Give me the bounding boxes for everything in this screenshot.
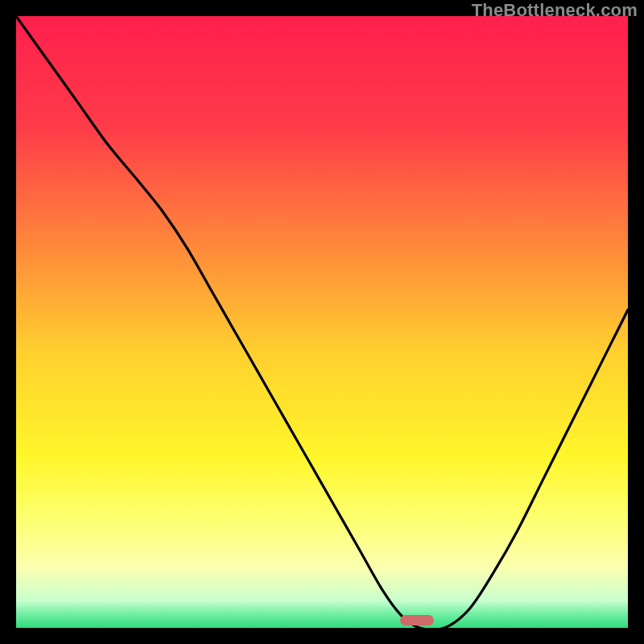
bottleneck-curve <box>16 16 628 628</box>
chart-frame: TheBottleneck.com <box>0 0 644 644</box>
plot-area <box>16 16 628 628</box>
optimum-marker <box>400 615 434 625</box>
